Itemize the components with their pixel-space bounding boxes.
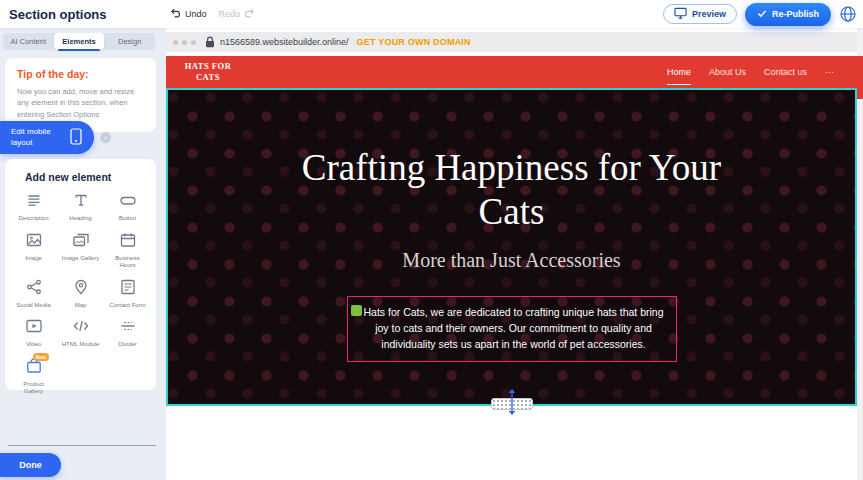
- image-gallery-icon: [72, 231, 90, 253]
- globe-icon: [839, 9, 857, 26]
- element-item-image-gallery[interactable]: Image Gallery: [57, 231, 104, 270]
- element-item-label: Image: [25, 255, 42, 263]
- redo-button[interactable]: Redo: [219, 7, 256, 20]
- element-item-label: Description: [18, 215, 48, 223]
- html-module-icon: [72, 317, 90, 339]
- element-item-label: Contact Form: [109, 302, 145, 310]
- preview-scrollbar[interactable]: [857, 28, 863, 480]
- site-url: n1566589.websitebuilder.online/: [220, 37, 349, 47]
- window-dot: [191, 40, 196, 45]
- tip-title: Tip of the day:: [17, 68, 144, 80]
- republish-button[interactable]: Re-Publish: [745, 3, 831, 26]
- editor-canvas: n1566589.websitebuilder.online/ GET YOUR…: [166, 28, 863, 480]
- info-icon[interactable]: i: [100, 132, 111, 143]
- business-hours-icon: [119, 231, 137, 253]
- redo-label: Redo: [219, 9, 241, 19]
- history-controls: Undo Redo: [170, 7, 255, 20]
- redo-icon: [244, 7, 255, 20]
- tab-ai-content[interactable]: AI Content: [3, 33, 54, 50]
- check-icon: [757, 9, 767, 20]
- sidebar: AI Content Elements Design Tip of the da…: [0, 28, 166, 480]
- nav-label: Contact us: [764, 67, 807, 77]
- get-domain-link[interactable]: GET YOUR OWN DOMAIN: [357, 37, 471, 47]
- top-bar: Section options Undo Redo Preview Re-P: [0, 0, 863, 28]
- done-button[interactable]: Done: [0, 453, 61, 477]
- site-header: HATS FOR CATS Home About Us Contact us ·…: [166, 56, 857, 88]
- element-item-social-media[interactable]: Social Media: [10, 278, 57, 310]
- element-item-button[interactable]: Button: [104, 191, 151, 223]
- hero-title[interactable]: Crafting Happiness for Your Cats: [302, 146, 722, 235]
- republish-label: Re-Publish: [772, 9, 819, 19]
- hero-paragraph-selected[interactable]: Hats for Cats, we are dedicated to craft…: [347, 296, 677, 362]
- map-icon: [72, 278, 90, 300]
- divider-icon: [119, 317, 137, 339]
- language-globe-button[interactable]: [839, 5, 857, 23]
- page-title: Section options: [9, 7, 107, 22]
- scrollbar-thumb[interactable]: [857, 56, 863, 99]
- element-item-label: Map: [75, 302, 87, 310]
- section-image: [512, 411, 857, 480]
- undo-icon: [170, 7, 181, 20]
- undo-label: Undo: [185, 9, 207, 19]
- element-grid: Description Heading Button Image Image G…: [10, 191, 151, 396]
- element-item-label: Product Gallery: [14, 381, 54, 396]
- panel-title: Add new element: [25, 171, 151, 183]
- hero-section-selected[interactable]: Crafting Happiness for Your Cats More th…: [166, 88, 857, 406]
- preview-button[interactable]: Preview: [663, 4, 737, 24]
- element-item-image[interactable]: Image: [10, 231, 57, 270]
- site-nav: Home About Us Contact us ···: [658, 56, 843, 88]
- tab-design[interactable]: Design: [104, 33, 155, 50]
- tab-label: Elements: [62, 37, 95, 46]
- topbar-actions: Preview Re-Publish: [663, 0, 857, 28]
- add-element-panel: Add new element Description Heading Butt…: [5, 159, 156, 390]
- nav-home[interactable]: Home: [658, 56, 700, 88]
- element-item-business-hours[interactable]: Business Hours: [104, 231, 151, 270]
- social-media-icon: [25, 278, 43, 300]
- phone-icon: [70, 128, 82, 147]
- hero-paragraph-text: Hats for Cats, we are dedicated to craft…: [363, 306, 663, 351]
- element-item-product-gallery[interactable]: New Product Gallery: [10, 357, 57, 396]
- element-item-label: Image Gallery: [62, 255, 99, 263]
- element-type-handle[interactable]: [351, 305, 362, 316]
- site-preview: HATS FOR CATS Home About Us Contact us ·…: [166, 56, 857, 480]
- element-item-contact-form[interactable]: Contact Form: [104, 278, 151, 310]
- nav-contact-us[interactable]: Contact us: [755, 56, 816, 88]
- nav-about-us[interactable]: About Us: [700, 56, 755, 88]
- nav-more-menu[interactable]: ···: [816, 56, 843, 88]
- site-logo[interactable]: HATS FOR CATS: [180, 61, 236, 82]
- tab-elements[interactable]: Elements: [54, 33, 105, 50]
- tip-body: Now you can add, move and resize any ele…: [17, 86, 144, 120]
- description-icon: [25, 191, 43, 213]
- button-icon: [119, 191, 137, 213]
- section-resize-handle[interactable]: [491, 390, 533, 418]
- tab-label: AI Content: [11, 37, 46, 46]
- resize-arrows-icon: [506, 388, 518, 420]
- new-badge: New: [33, 353, 49, 361]
- element-item-html-module[interactable]: HTML Module: [57, 317, 104, 349]
- sidebar-tabs: AI Content Elements Design: [3, 33, 155, 50]
- element-item-label: Social Media: [16, 302, 50, 310]
- element-item-label: HTML Module: [62, 341, 99, 349]
- contact-form-icon: [119, 278, 137, 300]
- element-item-video[interactable]: Video: [10, 317, 57, 349]
- element-item-divider[interactable]: Divider: [104, 317, 151, 349]
- element-item-heading[interactable]: Heading: [57, 191, 104, 223]
- hero-subtitle[interactable]: More than Just Accessories: [168, 249, 855, 272]
- edit-mobile-label: Edit mobile layout: [11, 127, 63, 148]
- window-dot: [182, 40, 187, 45]
- done-label: Done: [19, 460, 42, 470]
- nav-label: About Us: [709, 67, 746, 77]
- window-dot: [173, 40, 178, 45]
- edit-mobile-layout-button[interactable]: Edit mobile layout: [0, 121, 94, 154]
- element-item-map[interactable]: Map: [57, 278, 104, 310]
- sidebar-divider: [8, 445, 156, 446]
- undo-button[interactable]: Undo: [170, 7, 207, 20]
- element-item-label: Heading: [69, 215, 91, 223]
- preview-label: Preview: [692, 9, 726, 19]
- tab-label: Design: [118, 37, 141, 46]
- image-icon: [25, 231, 43, 253]
- monitor-icon: [674, 7, 687, 21]
- nav-label: Home: [667, 67, 691, 77]
- element-item-description[interactable]: Description: [10, 191, 57, 223]
- browser-bar: n1566589.websitebuilder.online/ GET YOUR…: [166, 32, 857, 52]
